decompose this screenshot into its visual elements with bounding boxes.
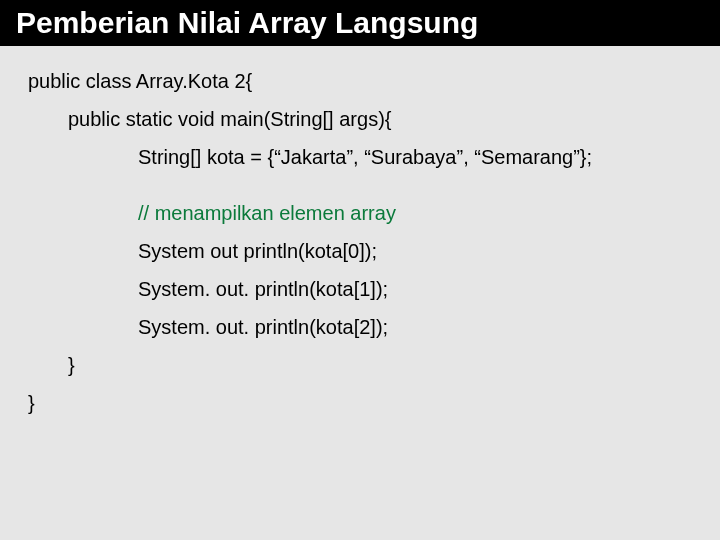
slide-body: public class Array.Kota 2{ public static…	[0, 46, 720, 422]
blank-line	[28, 176, 696, 194]
code-line: System out println(kota[0]);	[138, 232, 696, 270]
code-line: }	[28, 384, 696, 422]
code-comment: // menampilkan elemen array	[138, 194, 696, 232]
code-line: System. out. println(kota[2]);	[138, 308, 696, 346]
code-line: String[] kota = {“Jakarta”, “Surabaya”, …	[138, 138, 696, 176]
slide-title: Pemberian Nilai Array Langsung	[16, 6, 478, 39]
code-line: public class Array.Kota 2{	[28, 62, 696, 100]
slide-title-bar: Pemberian Nilai Array Langsung	[0, 0, 720, 46]
code-line: System. out. println(kota[1]);	[138, 270, 696, 308]
code-line: public static void main(String[] args){	[68, 100, 696, 138]
code-line: }	[68, 346, 696, 384]
